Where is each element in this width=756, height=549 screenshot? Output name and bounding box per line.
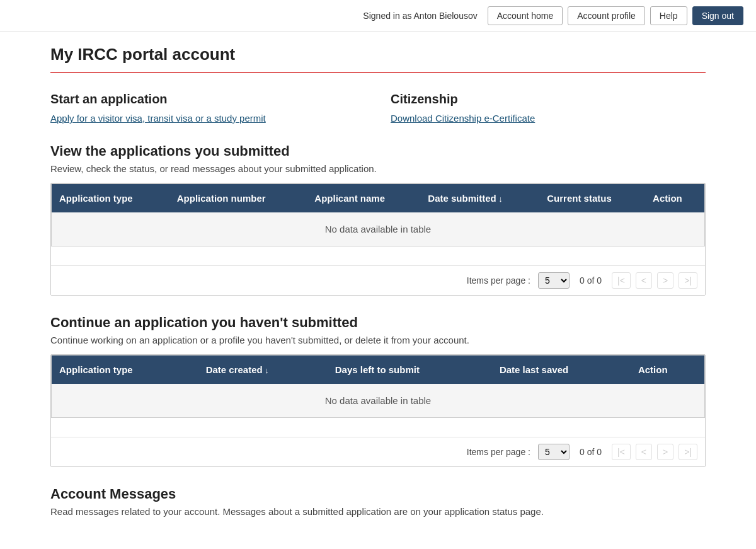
header: Signed in as Anton Bielousov Account hom…: [0, 0, 756, 32]
submitted-pagination: Items per page : 5 10 25 0 of 0 |< < > >…: [51, 265, 705, 295]
unsubmitted-heading: Continue an application you haven't subm…: [50, 315, 706, 331]
unsubmitted-table-header-row: Application type Date created Days left …: [52, 355, 705, 384]
messages-heading: Account Messages: [50, 486, 706, 502]
top-two-col: Start an application Apply for a visitor…: [50, 92, 706, 124]
col-action-2: Action: [631, 355, 705, 384]
col-date-created[interactable]: Date created: [198, 355, 328, 384]
citizenship-section: Citizenship Download Citizenship e-Certi…: [391, 92, 706, 124]
col-current-status: Current status: [539, 184, 645, 213]
submitted-empty-row: No data available in table: [52, 212, 705, 246]
submitted-next-page-button[interactable]: >: [657, 272, 673, 289]
unsubmitted-description: Continue working on an application or a …: [50, 335, 706, 345]
unsubmitted-first-page-button[interactable]: |<: [612, 444, 631, 460]
submitted-pagination-count: 0 of 0: [580, 275, 602, 286]
start-application-link[interactable]: Apply for a visitor visa, transit visa o…: [50, 113, 266, 124]
col-application-number: Application number: [169, 184, 307, 213]
submitted-empty-message: No data available in table: [52, 212, 705, 246]
col-date-last-saved: Date last saved: [492, 355, 631, 384]
unsubmitted-table: Application type Date created Days left …: [51, 355, 705, 418]
signed-in-label: Signed in as Anton Bielousov: [363, 11, 477, 21]
submitted-items-label: Items per page :: [467, 275, 530, 286]
unsubmitted-section: Continue an application you haven't subm…: [50, 315, 706, 467]
submitted-table-wrapper: Application type Application number Appl…: [50, 183, 706, 296]
account-profile-button[interactable]: Account profile: [568, 6, 645, 25]
start-application-heading: Start an application: [50, 92, 365, 107]
start-application-section: Start an application Apply for a visitor…: [50, 92, 365, 124]
submitted-table-header-row: Application type Application number Appl…: [52, 184, 705, 213]
unsubmitted-prev-page-button[interactable]: <: [636, 444, 652, 460]
account-home-button[interactable]: Account home: [488, 6, 563, 25]
col-application-type: Application type: [52, 184, 169, 213]
main-content: My IRCC portal account Start an applicat…: [32, 32, 724, 549]
citizenship-link[interactable]: Download Citizenship e-Certificate: [391, 113, 535, 124]
submitted-description: Review, check the status, or read messag…: [50, 163, 706, 174]
col-days-left: Days left to submit: [328, 355, 492, 384]
unsubmitted-items-label: Items per page :: [467, 447, 530, 457]
col-date-submitted[interactable]: Date submitted: [420, 184, 539, 213]
unsubmitted-items-per-page-select[interactable]: 5 10 25: [538, 444, 570, 460]
col-app-type-2: Application type: [52, 355, 198, 384]
unsubmitted-pagination: Items per page : 5 10 25 0 of 0 |< < > >…: [51, 437, 705, 466]
submitted-table: Application type Application number Appl…: [51, 183, 705, 246]
col-applicant-name: Applicant name: [307, 184, 420, 213]
unsubmitted-empty-row: No data available in table: [52, 384, 705, 418]
submitted-prev-page-button[interactable]: <: [636, 272, 652, 289]
submitted-heading: View the applications you submitted: [50, 143, 706, 159]
submitted-section: View the applications you submitted Revi…: [50, 143, 706, 296]
citizenship-heading: Citizenship: [391, 92, 706, 107]
submitted-first-page-button[interactable]: |<: [612, 272, 631, 289]
unsubmitted-last-page-button[interactable]: >|: [679, 444, 697, 460]
help-button[interactable]: Help: [650, 6, 687, 25]
unsubmitted-table-wrapper: Application type Date created Days left …: [50, 354, 706, 467]
col-action: Action: [645, 184, 704, 213]
submitted-last-page-button[interactable]: >|: [679, 272, 697, 289]
unsubmitted-pagination-count: 0 of 0: [580, 447, 602, 457]
unsubmitted-empty-message: No data available in table: [52, 384, 705, 418]
sign-out-button[interactable]: Sign out: [692, 6, 743, 25]
page-title: My IRCC portal account: [50, 45, 706, 73]
submitted-items-per-page-select[interactable]: 5 10 25: [538, 272, 570, 289]
messages-section: Account Messages Read messages related t…: [50, 486, 706, 517]
unsubmitted-next-page-button[interactable]: >: [657, 444, 673, 460]
messages-description: Read messages related to your account. M…: [50, 506, 706, 517]
